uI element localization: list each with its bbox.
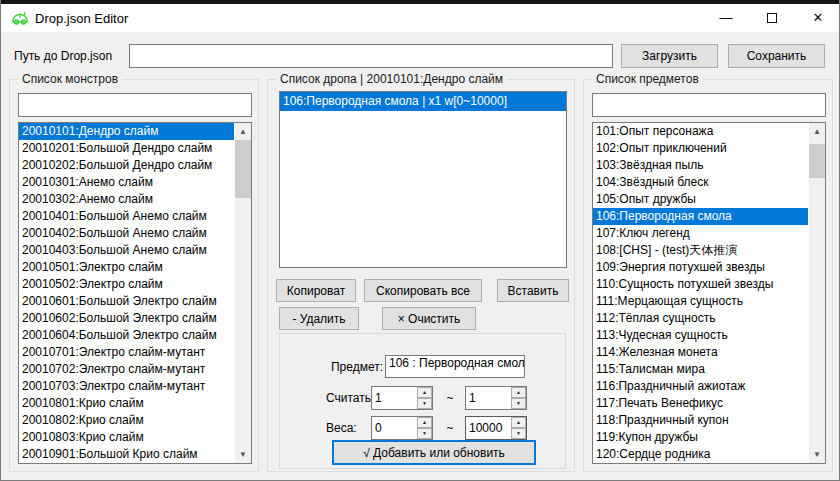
- list-item[interactable]: 115:Талисман мира: [593, 361, 808, 378]
- path-label: Путь до Drop.json: [14, 49, 112, 63]
- weight-range-tilde: ~: [440, 421, 460, 435]
- list-item[interactable]: 20010601:Большой Электро слайм: [19, 293, 234, 310]
- drops-list: 106:Первородная смола | x1 w[0~10000]: [280, 92, 566, 267]
- close-icon: ✕: [813, 10, 824, 25]
- step-up-icon[interactable]: ▲: [417, 417, 432, 428]
- step-down-icon[interactable]: ▼: [417, 398, 432, 409]
- step-up-icon[interactable]: ▲: [511, 417, 526, 428]
- list-item[interactable]: 116:Праздничный ажиотаж: [593, 378, 808, 395]
- list-item[interactable]: 20010701:Электро слайм-мутант: [19, 344, 234, 361]
- path-input[interactable]: [129, 44, 613, 68]
- count-min-value[interactable]: 1: [372, 387, 417, 409]
- list-item[interactable]: 119:Купон дружбы: [593, 429, 808, 446]
- drop-edit-panel: Предмет: 106 : Первородная смола Считать…: [279, 333, 566, 469]
- weight-max-stepper[interactable]: 10000 ▲▼: [465, 416, 527, 440]
- copy-all-button[interactable]: Скопировать все: [364, 279, 482, 302]
- list-item[interactable]: 20010301:Анемо слайм: [19, 174, 234, 191]
- list-item[interactable]: 117:Печать Венефикус: [593, 395, 808, 412]
- minimize-button[interactable]: —: [703, 4, 749, 32]
- drops-listbox[interactable]: 106:Первородная смола | x1 w[0~10000]: [279, 91, 567, 268]
- weight-min-stepper[interactable]: 0 ▲▼: [371, 416, 433, 440]
- weight-max-value[interactable]: 10000: [466, 417, 511, 439]
- list-item[interactable]: 107:Ключ легенд: [593, 225, 808, 242]
- stepper-buttons: ▲▼: [417, 387, 432, 409]
- scrollbar-thumb[interactable]: [235, 140, 251, 198]
- list-item[interactable]: 20010101:Дендро слайм: [19, 123, 234, 140]
- list-item[interactable]: 111:Мерцающая сущность: [593, 293, 808, 310]
- count-label: Считать: [326, 391, 371, 405]
- step-down-icon[interactable]: ▼: [511, 398, 526, 409]
- delete-button[interactable]: - Удалить: [279, 307, 359, 330]
- items-listbox[interactable]: 101:Опыт персонажа102:Опыт приключений10…: [592, 122, 826, 464]
- clear-button[interactable]: × Очистить: [382, 307, 476, 330]
- close-button[interactable]: ✕: [795, 4, 840, 32]
- items-filter-input[interactable]: [592, 93, 826, 117]
- list-item[interactable]: 113:Чудесная сущность: [593, 327, 808, 344]
- scroll-down-icon[interactable]: ▼: [809, 446, 825, 463]
- list-item[interactable]: 20010201:Большой Дендро слайм: [19, 140, 234, 157]
- list-item[interactable]: 20010801:Крио слайм: [19, 395, 234, 412]
- list-item[interactable]: 20010402:Большой Анемо слайм: [19, 225, 234, 242]
- list-item[interactable]: 20010403:Большой Анемо слайм: [19, 242, 234, 259]
- list-item[interactable]: 106:Первородная смола | x1 w[0~10000]: [280, 92, 566, 111]
- list-item[interactable]: 112:Тёплая сущность: [593, 310, 808, 327]
- window-title: Drop.json Editor: [35, 11, 128, 26]
- list-item[interactable]: 20010501:Электро слайм: [19, 259, 234, 276]
- save-button[interactable]: Сохранить: [728, 44, 825, 68]
- list-item[interactable]: 20010302:Анемо слайм: [19, 191, 234, 208]
- list-item[interactable]: 20010703:Электро слайм-мутант: [19, 378, 234, 395]
- monsters-scrollbar[interactable]: ▲ ▼: [235, 123, 251, 463]
- list-item[interactable]: 105:Опыт дружбы: [593, 191, 808, 208]
- step-down-icon[interactable]: ▼: [511, 428, 526, 439]
- list-item[interactable]: 101:Опыт персонажа: [593, 123, 808, 140]
- list-item[interactable]: 20010901:Большой Крио слайм: [19, 446, 234, 463]
- list-item[interactable]: 109:Энергия потухшей звезды: [593, 259, 808, 276]
- add-or-update-button[interactable]: √ Добавить или обновить: [332, 440, 536, 465]
- minimize-icon: —: [720, 10, 733, 25]
- monsters-listbox[interactable]: 20010101:Дендро слайм20010201:Большой Де…: [18, 122, 252, 464]
- items-scrollbar[interactable]: ▲ ▼: [809, 123, 825, 463]
- item-label: Предмет:: [310, 360, 383, 374]
- item-input[interactable]: 106 : Первородная смола: [385, 355, 525, 378]
- title-bar[interactable]: Drop.json Editor — ✕: [1, 4, 840, 32]
- items-group-title: Список предметов: [592, 72, 703, 86]
- scroll-up-icon[interactable]: ▲: [235, 123, 251, 140]
- list-item[interactable]: 20010702:Электро слайм-мутант: [19, 361, 234, 378]
- list-item[interactable]: 114:Железная монета: [593, 344, 808, 361]
- monsters-filter-input[interactable]: [18, 93, 252, 117]
- list-item[interactable]: 110:Сущность потухшей звезды: [593, 276, 808, 293]
- drops-groupbox: Список дропа | 20010101:Дендро слайм 106…: [267, 79, 575, 472]
- scrollbar-thumb[interactable]: [809, 144, 825, 178]
- stepper-buttons: ▲▼: [417, 417, 432, 439]
- list-item[interactable]: 20010502:Электро слайм: [19, 276, 234, 293]
- copy-button[interactable]: Копироват: [276, 279, 356, 302]
- list-item[interactable]: 20010202:Большой Дендро слайм: [19, 157, 234, 174]
- weight-min-value[interactable]: 0: [372, 417, 417, 439]
- load-button[interactable]: Загрузить: [621, 44, 718, 68]
- scroll-down-icon[interactable]: ▼: [235, 446, 251, 463]
- monsters-groupbox: Список монстров 20010101:Дендро слайм200…: [9, 79, 259, 472]
- list-item[interactable]: 102:Опыт приключений: [593, 140, 808, 157]
- list-item[interactable]: 108:[CHS] - (test)天体推演: [593, 242, 808, 259]
- paste-button[interactable]: Вставить: [497, 279, 569, 302]
- list-item[interactable]: 103:Звёздная пыль: [593, 157, 808, 174]
- list-item[interactable]: 20010604:Большой Электро слайм: [19, 327, 234, 344]
- step-up-icon[interactable]: ▲: [511, 387, 526, 398]
- list-item[interactable]: 118:Праздничный купон: [593, 412, 808, 429]
- count-min-stepper[interactable]: 1 ▲▼: [371, 386, 433, 410]
- step-down-icon[interactable]: ▼: [417, 428, 432, 439]
- list-item[interactable]: 20010802:Крио слайм: [19, 412, 234, 429]
- scroll-up-icon[interactable]: ▲: [809, 123, 825, 140]
- step-up-icon[interactable]: ▲: [417, 387, 432, 398]
- maximize-button[interactable]: [749, 4, 795, 32]
- list-item[interactable]: 20010602:Большой Электро слайм: [19, 310, 234, 327]
- list-item[interactable]: 106:Первородная смола: [593, 208, 808, 225]
- app-icon: [11, 10, 29, 26]
- list-item[interactable]: 20010803:Крио слайм: [19, 429, 234, 446]
- list-item[interactable]: 104:Звёздный блеск: [593, 174, 808, 191]
- maximize-icon: [767, 13, 777, 23]
- list-item[interactable]: 120:Сердце родника: [593, 446, 808, 463]
- count-max-stepper[interactable]: 1 ▲▼: [465, 386, 527, 410]
- count-max-value[interactable]: 1: [466, 387, 511, 409]
- list-item[interactable]: 20010401:Большой Анемо слайм: [19, 208, 234, 225]
